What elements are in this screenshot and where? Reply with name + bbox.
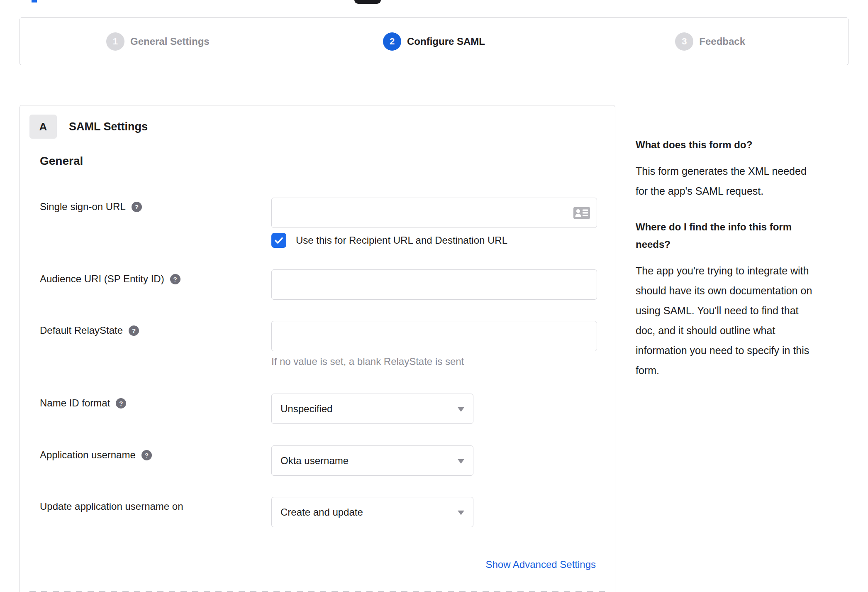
clipped-blue-tab-indicator	[32, 0, 37, 2]
clipped-header-element	[354, 0, 381, 4]
chevron-down-icon	[458, 407, 464, 411]
update-app-username-value: Create and update	[280, 506, 363, 518]
checkmark-icon	[274, 235, 284, 245]
step-1-label: General Settings	[130, 36, 210, 47]
application-username-value: Okta username	[280, 455, 349, 467]
single-sign-on-url-field-wrap	[271, 198, 597, 228]
wizard-stepper: 1 General Settings 2 Configure SAML 3 Fe…	[20, 17, 848, 65]
help-sidebar: What does this form do? This form genera…	[636, 105, 843, 380]
single-sign-on-url-label: Single sign-on URL?	[40, 200, 142, 213]
default-relaystate-label: Default RelayState?	[40, 324, 139, 337]
name-id-format-select[interactable]: Unspecified	[271, 394, 473, 424]
saml-settings-panel: A SAML Settings General Single sign-on U…	[20, 105, 615, 592]
name-id-format-label: Name ID format?	[40, 396, 126, 410]
application-username-label: Application username?	[40, 448, 152, 462]
step-2-number-badge: 2	[383, 32, 401, 51]
help-question-2: Where do I find the info this form needs…	[636, 218, 831, 253]
general-section-heading: General	[40, 154, 83, 168]
audience-uri-input[interactable]	[271, 269, 597, 300]
chevron-down-icon	[458, 510, 464, 515]
help-answer-1: This form generates the XML needed for t…	[636, 161, 843, 201]
recipient-url-checkbox-label: Use this for Recipient URL and Destinati…	[296, 235, 507, 246]
audience-uri-label: Audience URI (SP Entity ID)?	[40, 272, 180, 286]
help-icon[interactable]: ?	[141, 450, 152, 460]
help-icon[interactable]: ?	[132, 202, 142, 212]
recipient-url-checkbox[interactable]	[271, 233, 286, 248]
update-app-username-label: Update application username on	[40, 500, 183, 513]
help-icon[interactable]: ?	[116, 398, 126, 409]
help-icon[interactable]: ?	[129, 325, 139, 336]
chevron-down-icon	[458, 459, 464, 463]
step-1-number-badge: 1	[106, 32, 124, 51]
help-question-1: What does this form do?	[636, 136, 843, 154]
step-configure-saml[interactable]: 2 Configure SAML	[296, 18, 572, 65]
single-sign-on-url-input[interactable]	[271, 198, 597, 228]
panel-title: SAML Settings	[69, 120, 148, 133]
step-general-settings[interactable]: 1 General Settings	[20, 18, 296, 65]
section-a-badge: A	[29, 115, 57, 139]
step-feedback[interactable]: 3 Feedback	[572, 18, 848, 65]
help-icon[interactable]: ?	[170, 274, 180, 284]
show-advanced-settings-link[interactable]: Show Advanced Settings	[485, 559, 596, 570]
step-3-label: Feedback	[699, 36, 745, 47]
recipient-url-checkbox-row: Use this for Recipient URL and Destinati…	[271, 233, 507, 248]
default-relaystate-input[interactable]	[271, 321, 597, 351]
application-username-select[interactable]: Okta username	[271, 445, 473, 476]
step-2-label: Configure SAML	[407, 36, 485, 47]
help-answer-2: The app you're trying to integrate with …	[636, 261, 843, 380]
update-app-username-select[interactable]: Create and update	[271, 497, 473, 527]
relaystate-hint: If no value is set, a blank RelayState i…	[271, 356, 464, 367]
step-3-number-badge: 3	[675, 32, 693, 51]
panel-header: A SAML Settings	[29, 115, 148, 139]
name-id-format-value: Unspecified	[280, 403, 332, 415]
